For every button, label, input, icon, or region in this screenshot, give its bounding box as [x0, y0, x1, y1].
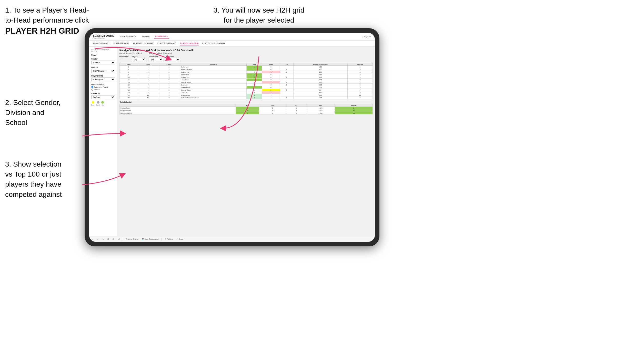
cell-tie: 0 — [280, 97, 293, 99]
grid-area: Katelyn Vo Head-to-Head Grid for Women's… — [117, 47, 375, 242]
nav-tournaments[interactable]: TOURNAMENTS — [118, 35, 137, 38]
nav-items: TOURNAMENTS TEAMS COMMITTEE — [118, 35, 358, 38]
subnav-team-summary[interactable]: TEAM SUMMARY — [93, 42, 109, 45]
cell-conf: 3 — [158, 71, 180, 73]
cell-opponent: Andrea York — [180, 76, 246, 79]
sidebar-division-section: Division NCAA Division III — [91, 66, 115, 73]
cell-div: 11 — [120, 79, 138, 81]
subnav-player-heatmap[interactable]: PLAYER H2H HEATMAP — [202, 42, 226, 45]
subnav-team-h2h[interactable]: TEAM H2H GRID — [113, 42, 129, 45]
legend-level: Level — [96, 101, 100, 106]
cell-conf: 5 — [158, 86, 180, 89]
cell-diff: 3.67 — [293, 73, 347, 76]
cell-loss: 0 — [262, 86, 280, 89]
bottom-toolbar: ↩ ↩ ↪ ⊞ ⊡· ⏱ 👁 View: Original 💾 Save Cus… — [117, 236, 375, 242]
legend-up-dot — [101, 101, 104, 104]
cell-diff: 3.33 — [293, 79, 347, 81]
instruction-bold: PLAYER H2H GRID — [5, 26, 79, 35]
cell-conf: 2 — [158, 91, 180, 94]
toolbar-sep2 — [162, 238, 162, 241]
cell-div: 20 — [120, 97, 138, 99]
toolbar-view-original[interactable]: 👁 View: Original — [125, 238, 139, 240]
gender-select[interactable]: Women's — [91, 61, 115, 64]
tablet-screen: SCOREBOARD Powered by clippd TOURNAMENTS… — [89, 33, 375, 242]
cell-tie — [280, 73, 293, 76]
subnav-player-h2h[interactable]: PLAYER H2H GRID — [180, 42, 199, 45]
table-row: 18 2 2 Euna Lee 0 1 -5.00 2 — [120, 91, 373, 94]
ood-table-row: NAIA Division 1 15 0 0 9.267 30 — [120, 109, 373, 112]
cell-div: 13 — [120, 81, 138, 84]
cell-div: 6 — [120, 71, 138, 73]
cell-loss: 1 — [262, 91, 280, 94]
main-content: Last Updated: 27/03/2024 16:55:38 Player… — [89, 47, 375, 242]
instruction-line1: 1. To see a Player's Head- — [5, 6, 89, 14]
cell-opponent: Sydney Kuo — [180, 71, 246, 73]
cell-reg: 1 — [138, 89, 158, 91]
cell-diff: -5.00 — [293, 91, 347, 94]
cell-opponent: Jessica Mason — [180, 89, 246, 91]
filters-row: Opponents: Region (All) Conference (All) — [119, 56, 373, 61]
nav-committee[interactable]: COMMITTEE — [154, 35, 169, 38]
cell-reg: 2 — [138, 91, 158, 94]
cell-opponent: Sharon Mun — [180, 73, 246, 76]
toolbar-save-custom[interactable]: 💾 Save Custom View — [141, 238, 159, 240]
cell-tie: 0 — [280, 68, 293, 71]
instruction-top-left: 1. To see a Player's Head- to-Head perfo… — [5, 5, 100, 37]
opponent-filter-label: Opponent — [166, 56, 180, 57]
cell-conf: 6 — [158, 94, 180, 97]
colour-select[interactable]: Win/loss — [91, 95, 115, 99]
conference-filter-select[interactable]: (All) — [149, 58, 163, 61]
sign-out[interactable]: | Sign out — [363, 35, 371, 38]
subnav-player-summary[interactable]: PLAYER SUMMARY — [157, 42, 177, 45]
th-tie: Tie — [280, 63, 293, 66]
toolbar-watch[interactable]: 👁 Watch ▾ — [164, 238, 174, 240]
cell-diff: 1.33 — [293, 97, 347, 99]
cell-loss: 0 — [262, 76, 280, 79]
cell-diff: -0.94 — [293, 89, 347, 91]
cell-reg: 10 — [138, 94, 158, 97]
cell-reg: 11 — [138, 97, 158, 99]
ood-cell-rounds: 30 — [335, 109, 373, 112]
region-filter-select[interactable]: (All) — [132, 58, 146, 61]
legend-down-dot — [92, 101, 94, 104]
subnav-team-heatmap[interactable]: TEAM H2H HEATMAP — [133, 42, 154, 45]
cell-reg: 3 — [138, 71, 158, 73]
cell-conf: 4 — [158, 84, 180, 86]
cell-win: 2 — [247, 76, 262, 79]
ood-cell-name: NAIA Division 1 — [120, 109, 236, 112]
division-select[interactable]: NCAA Division III — [91, 69, 115, 73]
instruction-bot-left: 3. Show selectionvs Top 100 or justplaye… — [5, 159, 87, 199]
nav-teams[interactable]: TEAMS — [141, 35, 151, 38]
opponent-filter-select[interactable]: (All) — [166, 58, 180, 61]
cell-rounds: 11 — [347, 94, 373, 97]
table-row: 16 1 3 Jessica Mason 1 2 0 -0.94 7 — [120, 89, 373, 91]
radio-opponents-played[interactable]: Opponents Played — [91, 86, 115, 88]
filter-region: Region (All) — [132, 56, 146, 61]
ood-cell-diff: 4.500 — [306, 107, 335, 109]
th-conf: # Conf — [158, 63, 180, 66]
opponents-label: Opponents: — [119, 56, 129, 57]
cell-rounds: 2 — [347, 81, 373, 84]
cell-opponent: Stella Cheng — [180, 86, 246, 89]
sidebar-opponent-view-section: Opponent view Opponents Played Top 100 — [91, 83, 115, 91]
toolbar-share[interactable]: ↗ Share — [176, 238, 184, 240]
toolbar-sep1 — [123, 238, 123, 241]
cell-div: 16 — [120, 89, 138, 91]
cell-tie: 0 — [280, 84, 293, 86]
cell-opponent: Heejo Hyun — [180, 79, 246, 81]
grid-title: Katelyn Vo Head-to-Head Grid for Women's… — [119, 49, 373, 52]
grid-records: Overall Record: 353 - 34 - 6 Division Re… — [119, 52, 373, 54]
radio-top100[interactable]: Top 100 — [91, 89, 115, 91]
toolbar-clock[interactable]: ⏱ — [117, 238, 121, 240]
view-icon: 👁 — [126, 238, 128, 240]
player-rank-select[interactable]: 8. Katelyn Vo — [91, 78, 115, 81]
cell-loss: 1 — [262, 94, 280, 97]
conference-filter-label: Conference — [149, 56, 163, 57]
instruction-mid1: 2. Select Gender, — [5, 99, 61, 107]
cell-rounds: 4 — [347, 76, 373, 79]
cell-rounds: 3 — [347, 71, 373, 73]
th-diff: Diff Av Strokes/Rnd — [293, 63, 347, 66]
cell-opponent: Euna Lee — [180, 91, 246, 94]
cell-diff: 4.00 — [293, 76, 347, 79]
ood-th-win: Win — [236, 104, 259, 107]
